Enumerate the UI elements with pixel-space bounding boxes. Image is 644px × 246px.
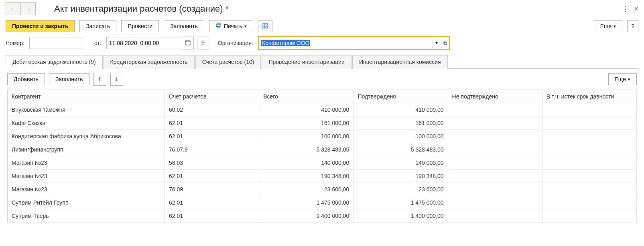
table-cell[interactable]: Кафе Сказка [8, 117, 165, 130]
table-cell[interactable]: Внуковская таможня [8, 103, 165, 117]
col-total[interactable]: Всего [259, 90, 353, 103]
post-button[interactable]: Провести [121, 20, 159, 32]
close-icon[interactable]: × [634, 5, 638, 13]
org-open-button[interactable]: ⧉ [441, 38, 449, 48]
table-cell[interactable]: 62.01 [165, 117, 259, 130]
table-cell[interactable]: 410 000,00 [353, 103, 448, 117]
table-row[interactable]: Внуковская таможня60.02410 000,00410 000… [8, 103, 637, 117]
save-button[interactable]: Записать [79, 20, 116, 32]
table-cell[interactable]: 1 475 000,00 [259, 196, 353, 209]
table-cell[interactable] [448, 143, 542, 156]
tab-inventory-process[interactable]: Проведение инвентаризации [262, 55, 351, 69]
table-cell[interactable]: 5 328 483,05 [259, 143, 353, 156]
table-cell[interactable] [542, 130, 636, 143]
table-row[interactable]: Суприм Ритейл Групп62.011 475 000,001 47… [8, 196, 637, 209]
move-down-button[interactable]: ⬇ [110, 73, 123, 86]
table-cell[interactable]: 161 000,00 [353, 117, 448, 130]
table-cell[interactable]: 410 000,00 [259, 103, 353, 117]
table-cell[interactable] [542, 209, 636, 223]
table-cell[interactable]: 100 000,00 [259, 130, 353, 143]
tab-more-button[interactable]: Еще ▾ [608, 73, 637, 85]
col-account[interactable]: Счет расчетов [165, 90, 259, 103]
table-cell[interactable] [542, 117, 636, 130]
date-input[interactable] [106, 37, 182, 49]
table-cell[interactable]: 100 000,00 [353, 130, 448, 143]
tab-payables[interactable]: Кредиторская задолженность [104, 55, 195, 69]
table-cell[interactable]: 1 400 000,00 [259, 209, 353, 223]
more-vertical-icon[interactable]: ⋮ [622, 4, 629, 13]
back-button[interactable]: ← [6, 2, 21, 15]
table-cell[interactable] [448, 130, 542, 143]
table-cell[interactable]: 62.01 [165, 209, 259, 223]
paragraph-button[interactable] [197, 37, 209, 49]
table-cell[interactable] [448, 103, 542, 117]
table-cell[interactable] [448, 183, 542, 196]
table-cell[interactable]: 1 400 000,00 [353, 209, 448, 223]
table-cell[interactable]: 60.02 [165, 103, 259, 117]
table-cell[interactable] [542, 143, 636, 156]
arrow-down-icon: ⬇ [114, 76, 119, 83]
table-cell[interactable]: 62.01 [165, 130, 259, 143]
table-row[interactable]: Магазин №2362.01190 348,00190 348,00 [8, 170, 637, 183]
table-cell[interactable] [448, 156, 542, 170]
tab-accounts[interactable]: Счета расчетов (10) [195, 55, 261, 69]
table-cell[interactable]: 76.09 [165, 183, 259, 196]
table-cell[interactable]: 190 348,00 [353, 170, 448, 183]
table-cell[interactable] [542, 183, 636, 196]
table-cell[interactable]: 62.01 [165, 196, 259, 209]
table-cell[interactable]: Суприм-Тверь [8, 209, 165, 223]
table-cell[interactable]: 23 600,00 [353, 183, 448, 196]
structure-button[interactable] [258, 20, 272, 32]
table-cell[interactable]: 190 348,00 [259, 170, 353, 183]
fill-button[interactable]: Заполнить [164, 20, 204, 32]
post-and-close-button[interactable]: Провести и закрыть [6, 20, 75, 32]
table-cell[interactable]: 140 000,00 [259, 156, 353, 170]
table-cell[interactable] [448, 170, 542, 183]
fill-rows-button[interactable]: Заполнить [49, 73, 89, 85]
table-cell[interactable]: 58.03 [165, 156, 259, 170]
more-button[interactable]: Еще ▾ [594, 20, 623, 32]
table-row[interactable]: Магазин №2376.0923 600,0023 600,00 [8, 183, 637, 196]
table-cell[interactable]: 161 000,00 [259, 117, 353, 130]
organization-input[interactable] [259, 38, 432, 48]
col-counterparty[interactable]: Контрагент [8, 90, 165, 103]
table-row[interactable]: Лизингфинансгрупп76.07.95 328 483,055 32… [8, 143, 637, 156]
table-cell[interactable]: Магазин №23 [8, 156, 165, 170]
organization-field[interactable]: Конфетпром ООО ▾ ⧉ [258, 36, 450, 50]
table-row[interactable]: Кондитерская фабрика купца Абрикосова62.… [8, 130, 637, 143]
forward-button[interactable]: → [21, 2, 36, 15]
org-dropdown-button[interactable]: ▾ [432, 38, 441, 48]
col-unconfirmed[interactable]: Не подтверждено [448, 90, 542, 103]
table-cell[interactable]: 76.07.9 [165, 143, 259, 156]
table-cell[interactable]: 1 475 000,00 [353, 196, 448, 209]
col-confirmed[interactable]: Подтверждено [353, 90, 448, 103]
number-input[interactable] [29, 37, 83, 49]
table-cell[interactable]: Кондитерская фабрика купца Абрикосова [8, 130, 165, 143]
table-cell[interactable] [542, 156, 636, 170]
table-row[interactable]: Магазин №2358.03140 000,00140 000,00 [8, 156, 637, 170]
table-cell[interactable]: Магазин №23 [8, 170, 165, 183]
table-row[interactable]: Суприм-Тверь62.011 400 000,001 400 000,0… [8, 209, 637, 223]
print-button[interactable]: Печать ▾ [209, 20, 253, 32]
table-row[interactable]: Кафе Сказка62.01161 000,00161 000,00 [8, 117, 637, 130]
add-row-button[interactable]: Добавить [7, 73, 45, 85]
table-cell[interactable] [448, 209, 542, 223]
table-cell[interactable] [542, 170, 636, 183]
move-up-button[interactable]: ⬆ [93, 73, 106, 86]
table-cell[interactable]: Суприм Ритейл Групп [8, 196, 165, 209]
tab-commission[interactable]: Инвентаризационная комиссия [352, 55, 448, 69]
col-expired[interactable]: В т.ч. истек срок давности [542, 90, 636, 103]
table-cell[interactable]: Магазин №23 [8, 183, 165, 196]
table-cell[interactable] [542, 196, 636, 209]
help-button[interactable]: ? [627, 20, 638, 32]
calendar-button[interactable] [182, 37, 194, 49]
tab-receivables[interactable]: Дебиторская задолженность (9) [6, 55, 103, 69]
table-cell[interactable]: 23 600,00 [259, 183, 353, 196]
table-cell[interactable]: 5 328 483,05 [353, 143, 448, 156]
table-cell[interactable]: Лизингфинансгрупп [8, 143, 165, 156]
table-cell[interactable]: 140 000,00 [353, 156, 448, 170]
table-cell[interactable] [542, 103, 636, 117]
table-cell[interactable] [448, 117, 542, 130]
table-cell[interactable] [448, 196, 542, 209]
table-cell[interactable]: 62.01 [165, 170, 259, 183]
